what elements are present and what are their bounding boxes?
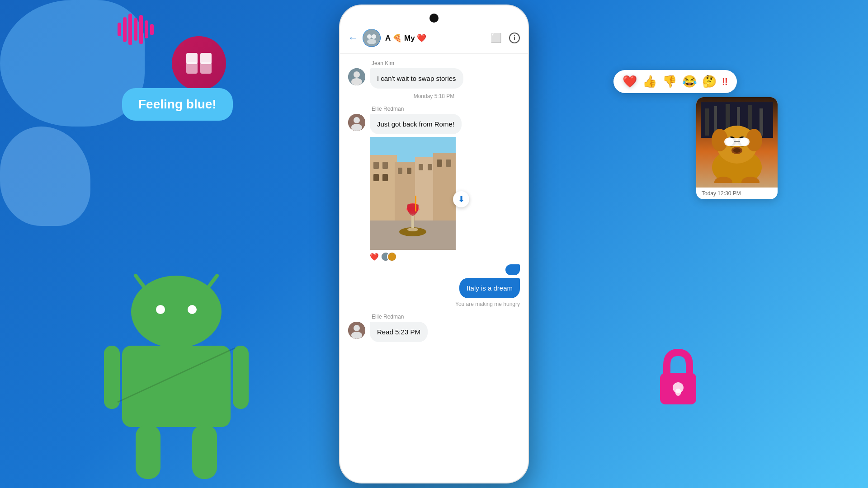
dog-card-timestamp: Today 12:30 PM <box>696 188 778 199</box>
chat-body: Jean Kim I can't wait to swap stories Mo… <box>340 54 528 345</box>
svg-rect-62 <box>437 160 442 167</box>
svg-rect-21 <box>760 108 763 136</box>
message-row-1: I can't wait to swap stories <box>348 68 520 89</box>
avatar-ellie-2 <box>348 322 365 339</box>
dog-photo <box>696 97 778 188</box>
time-divider-monday: Monday 5:18 PM <box>348 93 520 99</box>
bubble-ellie-last: Read 5:23 PM <box>370 322 428 342</box>
message-row-2: Just got back from Rome! <box>348 114 520 134</box>
reaction-thumbsup[interactable]: 👍 <box>642 75 657 89</box>
svg-rect-70 <box>415 196 416 211</box>
sender-jean-label: Jean Kim <box>372 60 520 66</box>
reaction-heart[interactable]: ❤️ <box>623 75 637 89</box>
dog-photo-card: Today 12:30 PM <box>696 97 778 199</box>
svg-point-33 <box>733 148 741 153</box>
svg-rect-59 <box>407 168 411 174</box>
svg-rect-2 <box>186 62 198 74</box>
svg-point-44 <box>354 71 360 78</box>
chat-header: ← A 🍕 My ❤️ ⬜ i <box>340 23 528 54</box>
svg-point-48 <box>351 124 362 131</box>
svg-rect-57 <box>382 174 388 181</box>
svg-rect-61 <box>428 164 432 170</box>
svg-point-40 <box>367 34 372 39</box>
download-button[interactable]: ⬇ <box>453 191 469 207</box>
header-title: A 🍕 My ❤️ <box>385 33 486 43</box>
read-receipt: You are making me hungry <box>348 301 520 307</box>
sender-ellie-label-1: Ellie Redman <box>372 106 520 112</box>
feeling-blue-text: Feeling blue! <box>138 97 217 111</box>
svg-rect-12 <box>136 425 160 479</box>
back-button[interactable]: ← <box>348 32 358 44</box>
message-text-last: Read 5:23 PM <box>377 328 420 336</box>
svg-rect-63 <box>446 160 451 167</box>
video-call-icon[interactable]: ⬜ <box>491 33 502 43</box>
svg-rect-56 <box>373 174 379 181</box>
android-robot-decoration <box>99 267 253 483</box>
reaction-exclaim[interactable]: ‼️ <box>722 76 728 88</box>
avatar-ellie-1 <box>348 114 365 131</box>
svg-point-75 <box>351 332 362 339</box>
photo-message-container: ⬇ ❤️ <box>370 137 456 262</box>
svg-point-41 <box>372 34 376 39</box>
bubble-sent-1 <box>505 264 520 275</box>
message-row-sent-1 <box>348 264 520 275</box>
message-row-photo: ⬇ ❤️ <box>348 137 520 262</box>
sender-ellie-label-2: Ellie Redman <box>372 314 520 320</box>
svg-rect-55 <box>382 162 388 169</box>
svg-point-68 <box>407 228 418 231</box>
bubble-jean-1: I can't wait to swap stories <box>370 68 463 89</box>
message-text-2: Just got back from Rome! <box>377 120 454 128</box>
sound-wave-decoration <box>118 14 154 45</box>
message-row-last: Read 5:23 PM <box>348 322 520 342</box>
reaction-thumbsdown[interactable]: 👎 <box>662 75 677 89</box>
svg-rect-16 <box>705 108 709 136</box>
phone-notch <box>429 14 439 23</box>
header-actions: ⬜ i <box>491 33 520 43</box>
svg-point-8 <box>188 305 197 314</box>
svg-point-72 <box>388 253 397 262</box>
photo-reactions: ❤️ <box>370 252 456 262</box>
reaction-think[interactable]: 🤔 <box>702 75 717 89</box>
svg-rect-54 <box>373 162 379 169</box>
header-avatar <box>363 29 381 47</box>
svg-rect-58 <box>398 168 402 174</box>
svg-rect-11 <box>233 346 249 409</box>
svg-point-7 <box>156 305 165 314</box>
svg-point-47 <box>354 117 360 123</box>
svg-point-42 <box>367 39 376 44</box>
svg-point-6 <box>131 276 222 348</box>
message-text-1: I can't wait to swap stories <box>377 75 456 82</box>
svg-point-30 <box>740 137 748 145</box>
svg-point-45 <box>351 78 362 85</box>
avatar-jean <box>348 68 365 85</box>
svg-rect-38 <box>675 389 681 396</box>
bubble-ellie-1: Just got back from Rome! <box>370 114 462 134</box>
bg-blob-mid-right <box>0 127 90 226</box>
svg-rect-10 <box>104 346 120 409</box>
svg-rect-13 <box>192 425 217 479</box>
pink-lock-decoration <box>656 348 701 407</box>
info-icon[interactable]: i <box>509 33 520 43</box>
bubble-sent-2: Italy is a dream <box>459 278 520 298</box>
bm-app-icon <box>172 36 226 90</box>
reaction-bar[interactable]: ❤️ 👍 👎 😂 🤔 ‼️ <box>613 70 737 93</box>
svg-point-29 <box>726 137 734 145</box>
svg-rect-60 <box>419 164 423 170</box>
photo-rome <box>370 137 456 250</box>
svg-point-74 <box>354 325 360 331</box>
svg-rect-3 <box>200 62 212 74</box>
reaction-laugh[interactable]: 😂 <box>682 75 697 89</box>
message-text-5: Italy is a dream <box>467 284 513 292</box>
phone-mockup: ← A 🍕 My ❤️ ⬜ i Jean Kim <box>339 5 529 483</box>
message-row-sent-2: Italy is a dream <box>348 278 520 298</box>
feeling-blue-bubble: Feeling blue! <box>122 88 233 121</box>
